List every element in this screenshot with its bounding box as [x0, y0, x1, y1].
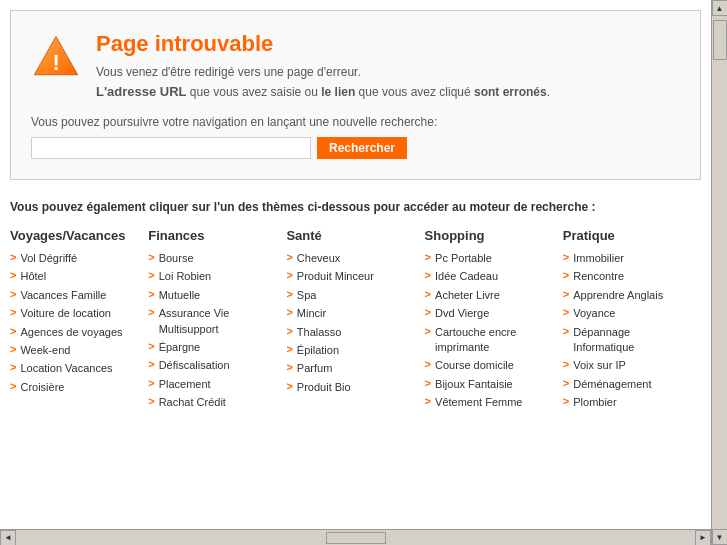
list-item: >Vol Dégriffé — [10, 251, 138, 266]
list-item: >Voiture de location — [10, 306, 138, 321]
category-title-2: Santé — [286, 228, 414, 243]
category-link-0-0[interactable]: Vol Dégriffé — [20, 251, 77, 266]
vertical-scrollbar[interactable]: ▲ ▼ — [711, 0, 727, 545]
category-link-3-0[interactable]: Pc Portable — [435, 251, 492, 266]
list-item: >Immobilier — [563, 251, 691, 266]
horizontal-scrollbar[interactable]: ◄ ► — [0, 529, 711, 545]
category-arrow-icon: > — [10, 361, 16, 373]
error-title: Page introuvable — [96, 31, 550, 57]
list-item: >Produit Bio — [286, 380, 414, 395]
category-arrow-icon: > — [10, 288, 16, 300]
category-arrow-icon: > — [425, 358, 431, 370]
scroll-right-button[interactable]: ► — [695, 530, 711, 546]
category-link-0-5[interactable]: Week-end — [20, 343, 70, 358]
category-link-3-7[interactable]: Vêtement Femme — [435, 395, 522, 410]
category-arrow-icon: > — [563, 377, 569, 389]
categories-intro: Vous pouvez également cliquer sur l'un d… — [10, 200, 701, 214]
category-list-4: >Immobilier>Rencontre>Apprendre Anglais>… — [563, 251, 691, 411]
search-row: Rechercher — [31, 137, 680, 159]
category-link-2-3[interactable]: Mincir — [297, 306, 326, 321]
category-link-1-1[interactable]: Loi Robien — [159, 269, 212, 284]
error-link-text: le lien — [321, 85, 355, 99]
search-label: Vous pouvez poursuivre votre navigation … — [31, 115, 680, 129]
list-item: >Voyance — [563, 306, 691, 321]
category-link-1-6[interactable]: Placement — [159, 377, 211, 392]
error-header: ! Page introuvable Vous venez d'être red… — [31, 31, 680, 103]
category-link-1-4[interactable]: Épargne — [159, 340, 201, 355]
category-link-0-4[interactable]: Agences de voyages — [20, 325, 122, 340]
category-link-0-2[interactable]: Vacances Famille — [20, 288, 106, 303]
category-link-1-0[interactable]: Bourse — [159, 251, 194, 266]
category-link-3-2[interactable]: Acheter Livre — [435, 288, 500, 303]
category-link-0-3[interactable]: Voiture de location — [20, 306, 111, 321]
category-link-3-4[interactable]: Cartouche encre imprimante — [435, 325, 553, 356]
category-link-4-5[interactable]: Voix sur IP — [573, 358, 626, 373]
category-link-1-5[interactable]: Défiscalisation — [159, 358, 230, 373]
categories-grid: Voyages/Vacances>Vol Dégriffé>Hôtel>Vaca… — [10, 228, 701, 414]
category-link-2-7[interactable]: Produit Bio — [297, 380, 351, 395]
error-line1: Vous venez d'être redirigé vers une page… — [96, 63, 550, 82]
category-arrow-icon: > — [148, 340, 154, 352]
category-arrow-icon: > — [286, 343, 292, 355]
category-arrow-icon: > — [425, 269, 431, 281]
category-link-3-6[interactable]: Bijoux Fantaisie — [435, 377, 513, 392]
category-link-4-2[interactable]: Apprendre Anglais — [573, 288, 663, 303]
category-link-3-3[interactable]: Dvd Vierge — [435, 306, 489, 321]
search-input[interactable] — [31, 137, 311, 159]
search-button[interactable]: Rechercher — [317, 137, 407, 159]
category-link-2-6[interactable]: Parfum — [297, 361, 332, 376]
list-item: >Rachat Crédit — [148, 395, 276, 410]
category-link-0-7[interactable]: Croisière — [20, 380, 64, 395]
svg-text:!: ! — [52, 50, 59, 75]
category-link-1-2[interactable]: Mutuelle — [159, 288, 201, 303]
list-item: >Dépannage Informatique — [563, 325, 691, 356]
category-link-4-4[interactable]: Dépannage Informatique — [573, 325, 691, 356]
category-link-3-1[interactable]: Idée Cadeau — [435, 269, 498, 284]
list-item: >Plombier — [563, 395, 691, 410]
category-list-2: >Cheveux>Produit Minceur>Spa>Mincir>Thal… — [286, 251, 414, 395]
list-item: >Croisière — [10, 380, 138, 395]
scroll-thumb-h[interactable] — [326, 532, 386, 544]
category-arrow-icon: > — [286, 306, 292, 318]
category-link-1-3[interactable]: Assurance Vie Multisupport — [159, 306, 277, 337]
category-link-4-1[interactable]: Rencontre — [573, 269, 624, 284]
scroll-track-h — [16, 530, 695, 545]
list-item: >Épilation — [286, 343, 414, 358]
list-item: >Parfum — [286, 361, 414, 376]
scroll-up-button[interactable]: ▲ — [712, 0, 728, 16]
scroll-left-button[interactable]: ◄ — [0, 530, 16, 546]
list-item: >Cheveux — [286, 251, 414, 266]
category-link-2-4[interactable]: Thalasso — [297, 325, 342, 340]
scroll-down-button[interactable]: ▼ — [712, 529, 728, 545]
category-arrow-icon: > — [10, 343, 16, 355]
category-link-1-7[interactable]: Rachat Crédit — [159, 395, 226, 410]
category-link-4-7[interactable]: Plombier — [573, 395, 616, 410]
list-item: >Location Vacances — [10, 361, 138, 376]
category-link-0-1[interactable]: Hôtel — [20, 269, 46, 284]
list-item: >Déménagement — [563, 377, 691, 392]
category-link-3-5[interactable]: Course domicile — [435, 358, 514, 373]
error-text-block: Vous venez d'être redirigé vers une page… — [96, 63, 550, 103]
category-link-2-0[interactable]: Cheveux — [297, 251, 340, 266]
category-arrow-icon: > — [286, 269, 292, 281]
category-link-2-2[interactable]: Spa — [297, 288, 317, 303]
category-arrow-icon: > — [148, 377, 154, 389]
list-item: >Placement — [148, 377, 276, 392]
category-arrow-icon: > — [286, 288, 292, 300]
category-arrow-icon: > — [286, 380, 292, 392]
scroll-thumb-v[interactable] — [713, 20, 727, 60]
category-arrow-icon: > — [148, 358, 154, 370]
list-item: >Cartouche encre imprimante — [425, 325, 553, 356]
category-arrow-icon: > — [148, 306, 154, 318]
list-item: >Course domicile — [425, 358, 553, 373]
list-item: >Mutuelle — [148, 288, 276, 303]
category-link-2-5[interactable]: Épilation — [297, 343, 339, 358]
category-arrow-icon: > — [563, 306, 569, 318]
category-col-3: Shopping>Pc Portable>Idée Cadeau>Acheter… — [425, 228, 563, 414]
category-link-4-3[interactable]: Voyance — [573, 306, 615, 321]
category-link-0-6[interactable]: Location Vacances — [20, 361, 112, 376]
error-text-4: que vous avez cliqué — [355, 85, 474, 99]
category-link-2-1[interactable]: Produit Minceur — [297, 269, 374, 284]
category-link-4-0[interactable]: Immobilier — [573, 251, 624, 266]
category-link-4-6[interactable]: Déménagement — [573, 377, 651, 392]
